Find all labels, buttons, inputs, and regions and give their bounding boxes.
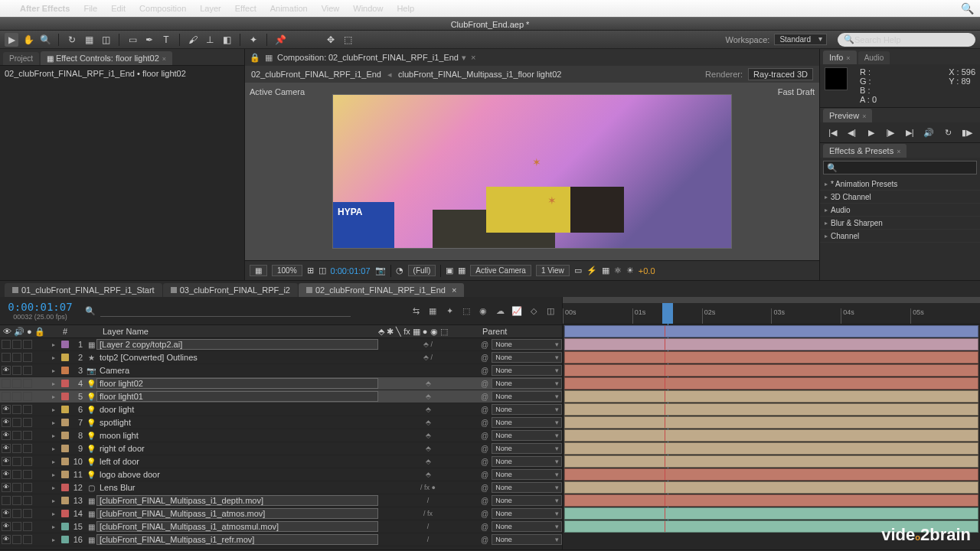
lock-toggle[interactable] bbox=[23, 418, 32, 427]
parent-dropdown[interactable]: None bbox=[492, 404, 562, 415]
frame-blend-icon[interactable]: ⬚ bbox=[459, 304, 473, 318]
comp-mini-flowchart-icon[interactable]: ⇆ bbox=[409, 304, 423, 318]
pickwhip-icon[interactable]: @ bbox=[481, 354, 488, 362]
roi-icon[interactable]: ▣ bbox=[446, 266, 453, 276]
parent-dropdown[interactable]: None bbox=[492, 378, 562, 389]
layer-name[interactable]: [clubFront_FINAL_Multipass_i1_atmos.mov] bbox=[96, 508, 378, 519]
layer-switches[interactable]: ⬘ bbox=[378, 406, 478, 413]
current-time-indicator[interactable] bbox=[662, 303, 673, 324]
parent-dropdown[interactable]: None bbox=[492, 352, 562, 363]
layer-name[interactable]: floor light01 bbox=[96, 391, 378, 402]
parent-dropdown[interactable]: None bbox=[492, 339, 562, 350]
exposure-value[interactable]: +0.0 bbox=[639, 266, 655, 276]
timeline-timecode[interactable]: 0:00:01:07 00032 (25.00 fps) bbox=[0, 297, 80, 324]
light-gizmo-icon[interactable]: ✶ bbox=[547, 194, 557, 207]
layer-bar[interactable] bbox=[564, 507, 978, 520]
menu-file[interactable]: File bbox=[83, 4, 97, 13]
layer-switches[interactable]: / bbox=[378, 497, 478, 504]
solo-toggle[interactable] bbox=[12, 405, 21, 414]
visibility-toggle[interactable]: 👁 bbox=[2, 444, 11, 453]
twirl-icon[interactable]: ▸ bbox=[52, 419, 61, 426]
layer-bar[interactable] bbox=[564, 416, 978, 429]
visibility-toggle[interactable]: 👁 bbox=[2, 470, 11, 479]
twirl-icon[interactable]: ▸ bbox=[52, 510, 61, 517]
layer-row[interactable]: 👁▸9💡right of door⬘@None bbox=[0, 442, 562, 455]
pen-tool-icon[interactable]: ✒ bbox=[142, 33, 156, 47]
visibility-toggle[interactable]: 👁 bbox=[2, 522, 11, 531]
lock-toggle[interactable] bbox=[23, 340, 32, 349]
text-tool-icon[interactable]: T bbox=[159, 33, 173, 47]
puppet-tool-icon[interactable]: 📌 bbox=[273, 33, 287, 47]
parent-dropdown[interactable]: None bbox=[492, 456, 562, 467]
graph-editor-icon[interactable]: 📈 bbox=[510, 304, 524, 318]
brainstorm-icon[interactable]: ☁ bbox=[493, 304, 507, 318]
layer-row[interactable]: 👁▸15▦[clubFront_FINAL_Multipass_i1_atmos… bbox=[0, 520, 562, 533]
label-color[interactable] bbox=[61, 445, 69, 452]
search-help-input[interactable]: 🔍 Search Help bbox=[838, 33, 975, 47]
close-icon[interactable]: × bbox=[452, 285, 456, 295]
solo-toggle[interactable] bbox=[12, 366, 21, 375]
layer-name[interactable]: [Layer 2 copy/totp2.ai] bbox=[96, 339, 378, 350]
label-color[interactable] bbox=[61, 354, 69, 361]
layer-switches[interactable]: / bbox=[378, 523, 478, 530]
solo-toggle[interactable] bbox=[12, 535, 21, 544]
snapshot-icon[interactable]: 📷 bbox=[375, 266, 386, 276]
visibility-toggle[interactable]: 👁 bbox=[2, 509, 11, 518]
close-icon[interactable]: × bbox=[862, 112, 866, 120]
layer-bar[interactable] bbox=[564, 455, 978, 468]
twirl-icon[interactable]: ▸ bbox=[52, 458, 61, 465]
layer-name[interactable]: [clubFront_FINAL_Multipass_i1_atmosmul.m… bbox=[96, 521, 378, 532]
visibility-toggle[interactable]: 👁 bbox=[2, 366, 11, 375]
solo-toggle[interactable] bbox=[12, 353, 21, 362]
timeline-tracks[interactable]: 00s 01s 02s 03s 04s 05s bbox=[563, 297, 980, 549]
lock-toggle[interactable] bbox=[23, 353, 32, 362]
layer-switches[interactable]: ⬘ bbox=[378, 445, 478, 452]
breadcrumb-root[interactable]: 02_clubFront_FINAL_RPF_i1_End bbox=[251, 70, 381, 79]
parent-dropdown[interactable]: None bbox=[492, 482, 562, 493]
layer-row[interactable]: ▸2★totp2 [Converted] Outlines⬘ /@None bbox=[0, 351, 562, 364]
breadcrumb-child[interactable]: clubFront_FINAL_Multipass_i1_floor light… bbox=[398, 70, 561, 79]
layer-name[interactable]: right of door bbox=[96, 444, 378, 453]
preview-tab[interactable]: Preview× bbox=[823, 109, 872, 122]
grid-icon[interactable]: ▦ bbox=[250, 265, 267, 276]
snap-tool-icon[interactable]: ⬚ bbox=[341, 33, 354, 47]
lock-toggle[interactable] bbox=[23, 444, 32, 453]
visibility-toggle[interactable] bbox=[2, 340, 11, 349]
layer-name[interactable]: Camera bbox=[96, 366, 378, 375]
twirl-icon[interactable]: ▸ bbox=[52, 393, 61, 400]
visibility-toggle[interactable]: 👁 bbox=[2, 431, 11, 440]
twirl-icon[interactable]: ▸ bbox=[52, 354, 61, 361]
twirl-icon[interactable]: ▸ bbox=[52, 341, 61, 348]
visibility-toggle[interactable] bbox=[2, 392, 11, 401]
twirl-icon[interactable]: ▸ bbox=[52, 536, 61, 543]
layer-switches[interactable]: ⬘ / bbox=[378, 341, 478, 348]
solo-toggle[interactable] bbox=[12, 431, 21, 440]
chevron-down-icon[interactable]: ▾ bbox=[462, 53, 466, 63]
composition-viewer[interactable]: Active Camera Fast Draft HYPA ✶ ✶ bbox=[245, 83, 819, 260]
menu-layer[interactable]: Layer bbox=[200, 4, 221, 13]
stamp-tool-icon[interactable]: ⊥ bbox=[203, 33, 217, 47]
next-frame-icon[interactable]: |▶ bbox=[884, 126, 897, 139]
menu-effect[interactable]: Effect bbox=[235, 4, 256, 13]
track-tool-icon[interactable]: ◫ bbox=[99, 33, 113, 47]
lock-toggle[interactable] bbox=[23, 483, 32, 492]
transparency-icon[interactable]: ▦ bbox=[458, 266, 466, 276]
parent-dropdown[interactable]: None bbox=[492, 391, 562, 402]
last-frame-icon[interactable]: ▶| bbox=[903, 126, 916, 139]
reset-exposure-icon[interactable]: ☀ bbox=[626, 266, 634, 276]
layer-row[interactable]: 👁▸8💡moon light⬘@None bbox=[0, 429, 562, 442]
visibility-toggle[interactable]: 👁 bbox=[2, 405, 11, 414]
lock-toggle[interactable] bbox=[23, 509, 32, 518]
pickwhip-icon[interactable]: @ bbox=[481, 419, 488, 427]
menu-edit[interactable]: Edit bbox=[111, 4, 126, 13]
ep-item[interactable]: 3D Channel bbox=[820, 191, 980, 204]
col-layer-name[interactable]: Layer Name bbox=[98, 327, 378, 336]
roto-tool-icon[interactable]: ✦ bbox=[247, 33, 260, 47]
layer-row[interactable]: 👁▸6💡door light⬘@None bbox=[0, 403, 562, 416]
parent-dropdown[interactable]: None bbox=[492, 495, 562, 506]
layer-bar[interactable] bbox=[564, 468, 978, 481]
mask-icon[interactable]: ◫ bbox=[318, 266, 326, 276]
menu-animation[interactable]: Animation bbox=[270, 4, 308, 13]
pickwhip-icon[interactable]: @ bbox=[481, 536, 488, 544]
views-dropdown[interactable]: 1 View bbox=[536, 265, 570, 276]
